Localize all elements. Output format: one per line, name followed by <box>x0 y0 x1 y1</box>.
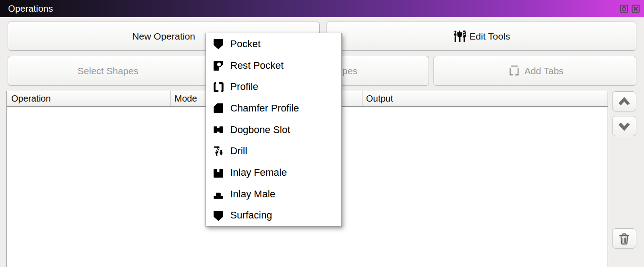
new-operation-label: New Operation <box>132 31 195 42</box>
panel-title: Operations <box>0 4 53 14</box>
menu-item-label: Drill <box>230 145 247 157</box>
chevron-up-icon <box>617 96 632 107</box>
menu-item-chamfer-profile[interactable]: Chamfer Profile <box>206 98 341 119</box>
column-header-output[interactable]: Output <box>362 91 608 106</box>
menu-item-inlay-female[interactable]: Inlay Female <box>206 162 341 183</box>
dogbone-slot-icon <box>212 124 224 136</box>
move-down-button[interactable] <box>612 116 636 136</box>
select-shapes-label: Select Shapes <box>77 66 138 76</box>
menu-item-drill[interactable]: Drill <box>206 140 341 162</box>
menu-item-pocket[interactable]: Pocket <box>206 33 341 55</box>
column-header-operation[interactable]: Operation <box>7 91 171 106</box>
menu-item-surfacing[interactable]: Surfacing <box>206 205 341 226</box>
new-operation-menu: Pocket Rest Pocket Profile Chamfer Profi… <box>206 33 342 227</box>
chamfer-profile-icon <box>212 102 224 114</box>
menu-item-label: Dogbone Slot <box>230 124 290 136</box>
menu-item-profile[interactable]: Profile <box>206 76 341 98</box>
add-tabs-button[interactable]: Add Tabs <box>434 56 636 86</box>
add-tabs-label: Add Tabs <box>524 66 564 76</box>
menu-item-label: Inlay Male <box>230 188 275 200</box>
surfacing-icon <box>212 209 224 222</box>
menu-item-label: Rest Pocket <box>230 60 284 71</box>
chevron-down-icon <box>617 120 632 132</box>
menu-item-label: Inlay Female <box>230 167 287 178</box>
inlay-male-icon <box>212 188 224 200</box>
edit-tools-label: Edit Tools <box>470 31 510 42</box>
profile-icon <box>212 81 224 93</box>
menu-item-label: Surfacing <box>230 209 272 221</box>
menu-item-inlay-male[interactable]: Inlay Male <box>206 183 341 205</box>
inlay-female-icon <box>212 166 224 178</box>
titlebar[interactable]: Operations <box>0 0 644 17</box>
menu-item-label: Pocket <box>230 38 260 50</box>
drill-bits-icon <box>452 29 467 44</box>
edit-tools-button[interactable]: Edit Tools <box>326 22 636 51</box>
menu-item-dogbone-slot[interactable]: Dogbone Slot <box>206 119 341 141</box>
delete-operation-button[interactable] <box>612 228 636 249</box>
select-shapes-button[interactable]: Select Shapes <box>8 56 208 86</box>
menu-item-label: Profile <box>230 81 258 93</box>
trash-icon <box>617 231 631 246</box>
rest-pocket-icon <box>212 59 224 71</box>
move-up-button[interactable] <box>612 91 636 111</box>
tab-bracket-icon <box>506 63 522 79</box>
pocket-icon <box>212 38 224 50</box>
drill-icon <box>212 145 224 157</box>
menu-item-rest-pocket[interactable]: Rest Pocket <box>206 55 341 76</box>
menu-item-label: Chamfer Profile <box>230 102 299 114</box>
float-icon[interactable] <box>619 4 629 13</box>
titlebar-buttons <box>619 0 640 17</box>
close-icon[interactable] <box>631 4 640 13</box>
